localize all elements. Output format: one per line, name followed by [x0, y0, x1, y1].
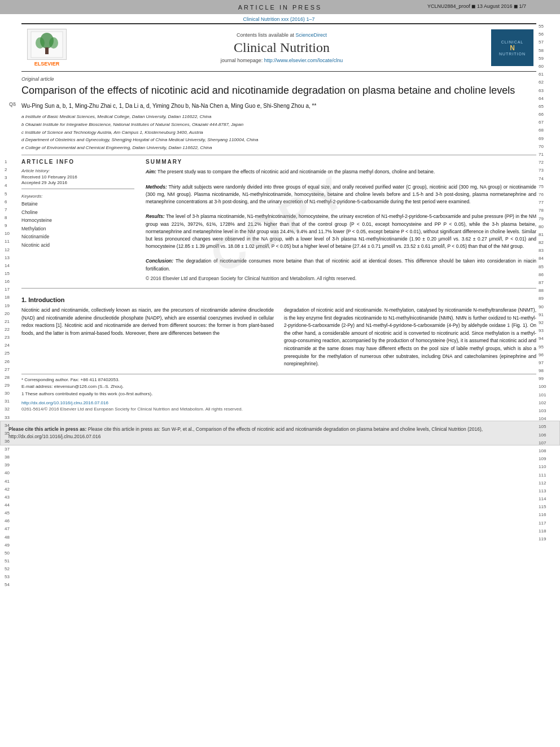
lline-12: 12 [5, 246, 19, 254]
lline-27: 27 [5, 366, 19, 374]
journal-logo-right: CLINICAL N NUTRITION [491, 29, 536, 66]
intro-heading: 1. Introduction [21, 296, 536, 303]
lline-37: 37 [5, 445, 19, 453]
article-info-summary: ARTICLE INFO Article history: Received 1… [21, 159, 536, 282]
lline-33: 33 [5, 414, 19, 422]
line-103: 103 [539, 407, 555, 415]
affiliation-d: d Department of Obstetrics and Gynecolog… [21, 136, 536, 144]
lline-38: 38 [5, 453, 19, 461]
line-59: 59 [539, 55, 555, 63]
line-55: 55 [539, 23, 555, 30]
introduction-section: 1. Introduction Nicotinic acid and nicot… [21, 296, 536, 368]
svg-point-4 [49, 37, 58, 49]
journal-logo-box: CLINICAL N NUTRITION [491, 29, 533, 66]
sciencedirect-link[interactable]: ScienceDirect [296, 32, 327, 38]
line-108: 108 [539, 447, 555, 455]
line-87: 87 [539, 279, 555, 287]
lline-5: 5 [5, 190, 19, 198]
line-63: 63 [539, 87, 555, 95]
lline-26: 26 [5, 358, 19, 366]
lline-2: 2 [5, 166, 19, 174]
article-type: Original article [21, 76, 536, 82]
summary-col: SUMMARY Aim: The present study was to co… [146, 159, 536, 282]
line-68: 68 [539, 126, 555, 134]
lline-48: 48 [5, 534, 19, 541]
lline-4: 4 [5, 182, 19, 190]
doi-line[interactable]: http://dx.doi.org/10.1016/j.clnu.2016.07… [21, 400, 536, 405]
line-65: 65 [539, 103, 555, 111]
line-104: 104 [539, 415, 555, 423]
lline-22: 22 [5, 326, 19, 334]
line-99: 99 [539, 375, 555, 383]
homepage-url[interactable]: http://www.elsevier.com/locate/clnu [264, 58, 343, 63]
lline-53: 53 [5, 573, 19, 581]
results-label: Results: [146, 213, 165, 219]
affiliation-b: b Okazaki Institute for Integrative Bios… [21, 121, 536, 129]
lline-25: 25 [5, 350, 19, 357]
line-88: 88 [539, 287, 555, 295]
lline-24: 24 [5, 342, 19, 350]
line-113: 113 [539, 487, 555, 495]
lline-42: 42 [5, 486, 19, 493]
line-75: 75 [539, 183, 555, 191]
svg-rect-2 [45, 47, 49, 54]
line-94: 94 [539, 335, 555, 343]
aim-label: Aim: [146, 169, 156, 174]
line-64: 64 [539, 95, 555, 103]
line-79: 79 [539, 215, 555, 223]
lline-34: 34 [5, 422, 19, 430]
line-82: 82 [539, 239, 555, 247]
line-74: 74 [539, 175, 555, 183]
article-history-label: Article history: [21, 168, 134, 173]
accepted-date: Accepted 29 July 2016 [21, 180, 134, 185]
divider-1 [21, 155, 536, 155]
line-84: 84 [539, 255, 555, 263]
line-98: 98 [539, 367, 555, 375]
line-100: 100 [539, 383, 555, 391]
line-58: 58 [539, 47, 555, 55]
journal-homepage: journal homepage: http://www.elsevier.co… [78, 58, 485, 63]
line-115: 115 [539, 503, 555, 511]
line-110: 110 [539, 463, 555, 471]
affiliation-a: a Institute of Basic Medical Sciences, M… [21, 113, 536, 121]
lline-35: 35 [5, 430, 19, 438]
line-101: 101 [539, 391, 555, 399]
aim-text: The present study was to compare the eff… [158, 169, 435, 174]
lline-13: 13 [5, 254, 19, 262]
lline-39: 39 [5, 461, 19, 469]
summary-heading: SUMMARY [146, 159, 536, 165]
line-66: 66 [539, 111, 555, 119]
keyword-3: Homocysteine [21, 216, 134, 224]
line-95: 95 [539, 343, 555, 351]
lline-19: 19 [5, 302, 19, 310]
corresponding-footnote: * Corresponding author. Fax: +86 411 874… [21, 377, 536, 384]
line-111: 111 [539, 471, 555, 479]
intro-col2: degradation of nicotinic acid and nicoti… [284, 307, 536, 368]
lline-30: 30 [5, 390, 19, 397]
line-71: 71 [539, 151, 555, 159]
intro-body: Nicotinic acid and nicotinamide, collect… [21, 307, 536, 368]
lline-54: 54 [5, 581, 19, 589]
lline-50: 50 [5, 549, 19, 557]
lline-52: 52 [5, 565, 19, 573]
line-96: 96 [539, 351, 555, 359]
proof-info: YCLNU2884_proof ◼ 13 August 2016 ◼ 1/7 [427, 3, 526, 9]
line-97: 97 [539, 359, 555, 367]
affiliations: a Institute of Basic Medical Sciences, M… [21, 113, 536, 151]
left-line-numbers: 1 2 3 4 5 6 7 8 9 10 11 12 13 14 15 16 1… [5, 0, 19, 589]
journal-header: ELSEVIER Contents lists available at Sci… [21, 23, 536, 72]
line-109: 109 [539, 455, 555, 463]
line-72: 72 [539, 159, 555, 167]
line-62: 62 [539, 78, 555, 86]
lline-1: 1 [5, 158, 19, 166]
lline-11: 11 [5, 238, 19, 246]
lline-21: 21 [5, 318, 19, 326]
please-cite-label: Please cite this article in press as: [8, 426, 88, 432]
line-56: 56 [539, 30, 555, 38]
banner-text: ARTICLE IN PRESS [238, 4, 322, 11]
lline-28: 28 [5, 374, 19, 382]
lline-36: 36 [5, 438, 19, 445]
email-footnote: E-mail address: elevensun@126.com (S.-S.… [21, 383, 536, 391]
line-112: 112 [539, 479, 555, 487]
keyword-1: Betaine [21, 200, 134, 208]
